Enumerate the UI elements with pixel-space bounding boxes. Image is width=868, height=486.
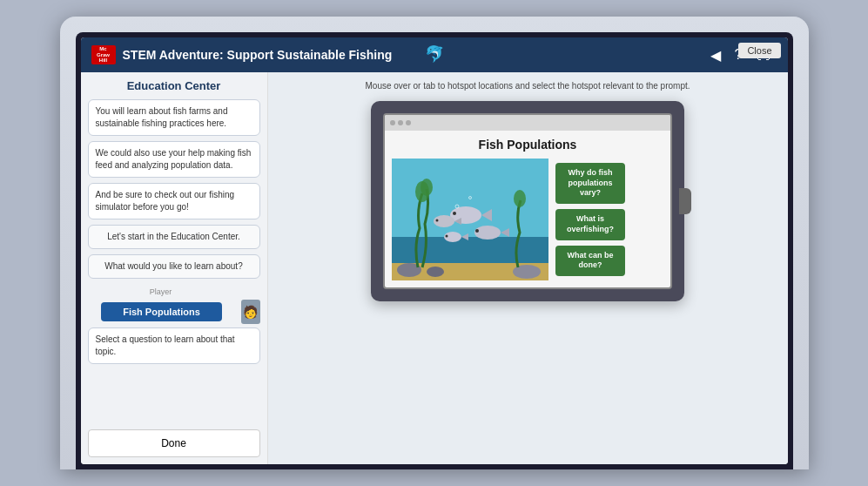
education-center-title: Education Center [88, 79, 260, 92]
player-option-2[interactable]: What would you like to learn about? [88, 254, 260, 279]
prompt-bubble: Select a question to learn about that to… [88, 327, 260, 364]
right-panel: Mouse over or tab to hotspot locations a… [268, 72, 788, 464]
screen-bezel: Mc Graw Hill STEM Adventure: Support Sus… [76, 32, 793, 469]
chat-message-3: And be sure to check out our fishing sim… [88, 183, 260, 219]
fish-scene [392, 159, 548, 280]
browser-bar [385, 115, 670, 131]
svg-point-12 [474, 226, 501, 240]
left-panel: Education Center You will learn about fi… [81, 72, 268, 464]
svg-point-11 [453, 212, 456, 215]
svg-point-20 [436, 219, 439, 222]
mcgraw-hill-logo: Mc Graw Hill [91, 45, 116, 64]
back-icon[interactable]: ◀ [710, 47, 721, 64]
chat-message-2: We could also use your help making fish … [88, 141, 260, 178]
tablet-content-area: Fish Populations [385, 131, 670, 287]
done-button[interactable]: Done [88, 429, 260, 457]
app-header: Mc Graw Hill STEM Adventure: Support Sus… [81, 37, 788, 72]
dolphin-icon: 🐬 [425, 44, 444, 64]
fish-populations-button[interactable]: Fish Populations [101, 302, 222, 321]
left-panel-bottom: Done [88, 422, 260, 457]
svg-point-4 [427, 267, 444, 277]
app-content: Education Center You will learn about fi… [81, 72, 788, 464]
browser-dot-3 [406, 120, 411, 125]
q-btn-2[interactable]: What is overfishing? [555, 209, 625, 240]
topic-row: Fish Populations 🧑 [88, 300, 260, 324]
svg-point-8 [514, 190, 526, 207]
fish-populations-title: Fish Populations [392, 138, 663, 152]
browser-dot-2 [398, 120, 403, 125]
tablet-body: Why do fish populations vary? What is ov… [392, 159, 663, 280]
question-buttons: Why do fish populations vary? What is ov… [555, 159, 625, 280]
q-btn-1[interactable]: Why do fish populations vary? [555, 163, 625, 204]
player-avatar: 🧑 [241, 300, 260, 324]
tablet-knob [679, 188, 691, 214]
chat-message-1: You will learn about fish farms and sust… [88, 99, 260, 136]
laptop-frame: Mc Graw Hill STEM Adventure: Support Sus… [60, 17, 809, 469]
tablet-inner: Fish Populations [383, 113, 672, 289]
q-btn-3[interactable]: What can be done? [555, 246, 625, 276]
close-button[interactable]: Close [738, 43, 780, 58]
player-label: Player [150, 287, 172, 296]
app-title: STEM Adventure: Support Sustainable Fish… [123, 48, 703, 62]
svg-point-14 [475, 229, 479, 233]
laptop-screen: Mc Graw Hill STEM Adventure: Support Sus… [81, 37, 788, 464]
instruction-text: Mouse over or tab to hotspot locations a… [366, 81, 690, 91]
player-option-1[interactable]: Let's start in the Education Center. [88, 225, 260, 249]
player-row: Player [88, 284, 260, 296]
tablet-frame: Fish Populations [371, 101, 684, 301]
svg-point-7 [421, 179, 433, 196]
browser-dot-1 [390, 120, 395, 125]
svg-point-17 [446, 235, 448, 238]
